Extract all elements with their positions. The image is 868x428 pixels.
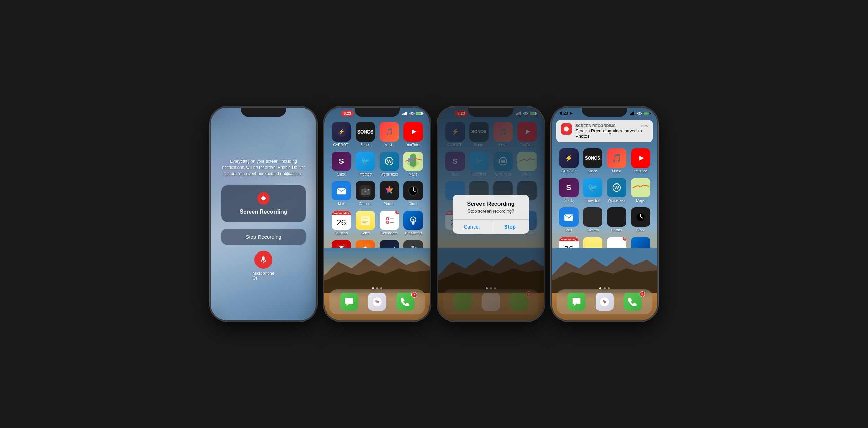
app-1password[interactable]: 1Password — [402, 211, 424, 235]
app-reminders[interactable]: 2 Reminders — [378, 211, 400, 235]
app-calendar[interactable]: Wednesday 26 Calendar — [330, 211, 353, 235]
app-sonos[interactable]: SONOS Sonos — [354, 122, 376, 147]
svg-point-34 — [413, 190, 414, 191]
dock: 3 — [329, 289, 425, 314]
svg-rect-81 — [630, 114, 631, 115]
dialog-overlay: Screen Recording Stop screen recording? … — [438, 108, 544, 320]
notif-app-icon — [561, 123, 572, 135]
app-row-1: ⚡ CARROT⁵ SONOS Sonos 🎵 — [329, 122, 425, 147]
dock-messages[interactable] — [565, 293, 588, 311]
app-grid: ⚡ CARROT⁵ SONOS Sonos 🎵 — [324, 119, 430, 269]
recording-icon — [257, 192, 270, 205]
svg-marker-90 — [639, 156, 644, 161]
status-time: 8:23 — [341, 111, 354, 116]
svg-text:W: W — [614, 185, 619, 190]
svg-rect-35 — [361, 216, 370, 225]
phone1-frame: Everything on your screen, including not… — [210, 106, 317, 322]
notch — [355, 108, 400, 117]
recording-warning-text: Everything on your screen, including not… — [221, 158, 306, 177]
app-youtube[interactable]: YouTube — [402, 122, 424, 147]
svg-text:🎵: 🎵 — [385, 128, 393, 136]
notch — [241, 108, 286, 117]
svg-rect-45 — [412, 221, 414, 225]
phone2-frame: 8:23 ⚡ CARROT⁵ — [323, 106, 431, 322]
status-icons — [402, 111, 424, 115]
stop-recording-button[interactable]: Stop Recording — [221, 229, 306, 245]
phone3-frame: 8:23 ⚡CARROT⁵ SONOSSonos 🎵Music YouTube — [437, 106, 545, 322]
svg-point-46 — [412, 219, 414, 221]
svg-point-0 — [261, 196, 266, 200]
status-icons — [630, 111, 651, 115]
dock-safari[interactable] — [593, 293, 616, 311]
svg-rect-6 — [416, 112, 421, 114]
app-photos[interactable]: Photos — [378, 181, 400, 206]
notification-banner[interactable]: SCREEN RECORDING now Screen Recording vi… — [556, 120, 653, 142]
app-carrot[interactable]: ⚡ CARROT⁵ — [330, 122, 353, 147]
notif-message: Screen Recording video saved to Photos — [575, 128, 648, 139]
svg-text:🐦: 🐦 — [361, 156, 370, 165]
svg-rect-87 — [650, 113, 651, 114]
svg-rect-7 — [423, 113, 423, 114]
dock-messages[interactable] — [338, 293, 360, 311]
app-row-3: Mail Camera — [329, 181, 425, 206]
mic-label: MicrophoneOn — [253, 271, 275, 281]
dialog-title: Screen Recording — [453, 195, 529, 208]
dialog-buttons: Cancel Stop — [453, 220, 529, 234]
app-mail[interactable]: Mail — [330, 181, 353, 206]
dialog-message: Stop screen recording? — [453, 208, 529, 219]
app-wordpress[interactable]: W WordPress — [378, 152, 400, 176]
svg-point-25 — [364, 191, 366, 192]
svg-text:W: W — [387, 159, 392, 164]
app-notes[interactable]: Notes — [354, 211, 376, 235]
dialog-stop-button[interactable]: Stop — [491, 220, 529, 234]
phones-container: Everything on your screen, including not… — [210, 106, 658, 322]
svg-rect-93 — [631, 178, 650, 197]
app-camera[interactable]: Camera — [354, 181, 376, 206]
app-tweetbot[interactable]: 🐦 Tweetbot — [354, 152, 376, 176]
recording-title: Screen Recording — [240, 209, 287, 215]
notch — [582, 108, 627, 117]
dock-phone[interactable]: 3 — [394, 293, 416, 311]
notif-content: SCREEN RECORDING now Screen Recording vi… — [575, 123, 648, 139]
dialog-cancel-button[interactable]: Cancel — [453, 220, 491, 234]
dock-phone[interactable]: 3 — [622, 293, 644, 311]
app-maps[interactable]: Maps — [402, 152, 424, 176]
notif-app-name: SCREEN RECORDING — [575, 123, 616, 128]
svg-rect-83 — [632, 112, 633, 115]
app-row-2: S S Slack 🐦 Tweetbot — [329, 152, 425, 176]
notch — [468, 108, 513, 117]
svg-rect-82 — [631, 113, 632, 115]
notif-time: now — [641, 123, 648, 128]
dock: 3 — [557, 289, 652, 314]
svg-rect-26 — [363, 188, 366, 189]
svg-point-41 — [386, 221, 389, 224]
svg-rect-2 — [403, 113, 405, 115]
app-slack[interactable]: S S Slack — [330, 152, 353, 176]
app-clock[interactable]: Clock — [402, 181, 424, 206]
svg-point-88 — [564, 127, 569, 132]
svg-point-27 — [368, 189, 369, 190]
svg-text:⚡: ⚡ — [338, 129, 345, 135]
mic-icon — [254, 251, 272, 269]
svg-point-40 — [386, 217, 389, 220]
stop-recording-dialog: Screen Recording Stop screen recording? … — [453, 195, 529, 234]
app-music[interactable]: 🎵 Music — [378, 122, 400, 147]
recording-box[interactable]: Screen Recording — [221, 185, 306, 222]
svg-rect-1 — [402, 114, 403, 115]
recording-screen: Everything on your screen, including not… — [211, 108, 316, 320]
dock-safari[interactable] — [366, 293, 388, 311]
svg-rect-3 — [405, 112, 406, 115]
phone4-frame: 8:23 ➤ SCREEN RECORDING n — [551, 106, 658, 322]
mic-button[interactable]: MicrophoneOn — [253, 251, 275, 281]
svg-rect-4 — [406, 112, 407, 115]
svg-text:⚡: ⚡ — [565, 154, 573, 162]
svg-rect-86 — [644, 112, 649, 114]
app-row-4: Wednesday 26 Calendar Notes — [329, 211, 425, 235]
status-time: 8:23 ➤ — [560, 111, 573, 116]
svg-rect-84 — [633, 112, 634, 115]
